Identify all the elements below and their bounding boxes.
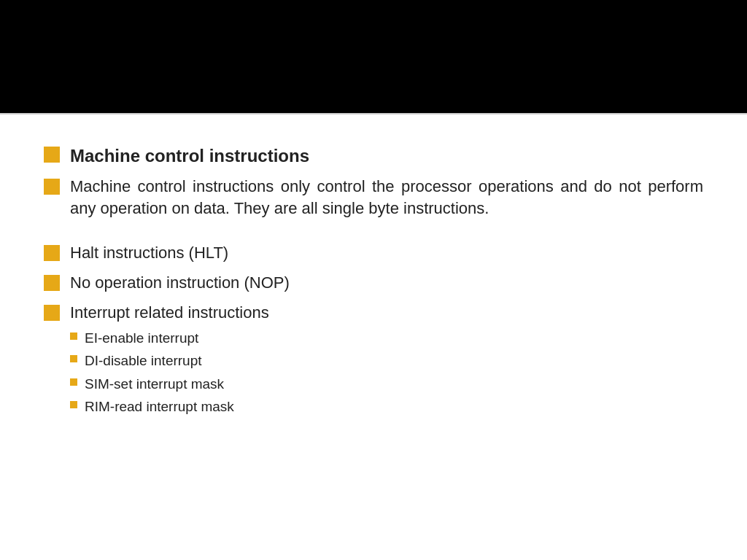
bullet-square-icon (44, 245, 60, 261)
bullet-square-icon (44, 147, 60, 163)
list-item: Halt instructions (HLT) (44, 242, 703, 265)
header-bar (0, 0, 747, 113)
spacer (44, 228, 703, 242)
sub-bullet-list: EI-enable interrupt DI-disable interrupt… (70, 329, 234, 421)
list-item: No operation instruction (NOP) (44, 272, 703, 295)
item-text: No operation instruction (NOP) (70, 272, 290, 295)
list-item: EI-enable interrupt (70, 329, 234, 349)
main-content: Machine control instructions Machine con… (0, 114, 747, 450)
sub-bullet-icon (70, 355, 77, 362)
main-bullet-list: Machine control instructions Machine con… (44, 144, 703, 421)
item-text: Halt instructions (HLT) (70, 242, 228, 265)
sub-bullet-icon (70, 401, 77, 408)
sub-bullet-icon (70, 332, 77, 340)
list-item: RIM-read interrupt mask (70, 397, 234, 417)
sub-item-text: SIM-set interrupt mask (85, 375, 224, 394)
bullet-square-icon (44, 275, 60, 291)
list-item: DI-disable interrupt (70, 351, 234, 371)
sub-item-text: RIM-read interrupt mask (85, 397, 234, 417)
list-item: SIM-set interrupt mask (70, 375, 234, 394)
list-item: Machine control instructions only contro… (44, 176, 703, 221)
item-text: Machine control instructions only contro… (70, 176, 703, 221)
sub-bullet-icon (70, 378, 77, 386)
list-item: Interrupt related instructions EI-enable… (44, 302, 703, 421)
list-item: Machine control instructions (44, 144, 703, 168)
sub-item-text: DI-disable interrupt (85, 351, 202, 371)
sub-item-text: EI-enable interrupt (85, 329, 198, 349)
item-text: Interrupt related instructions (70, 302, 269, 324)
bullet-square-icon (44, 305, 60, 321)
bullet-square-icon (44, 179, 60, 195)
item-text: Machine control instructions (70, 144, 309, 168)
